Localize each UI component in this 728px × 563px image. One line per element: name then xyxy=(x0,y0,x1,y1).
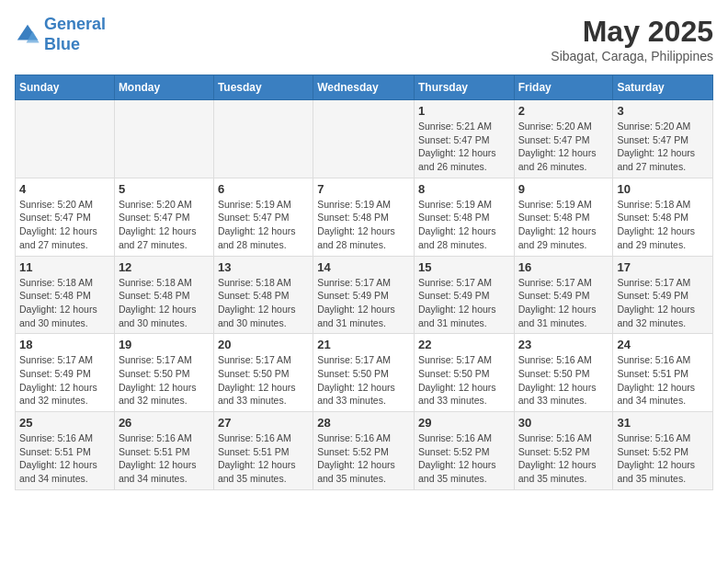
calendar-cell xyxy=(313,100,415,178)
calendar-cell: 29Sunrise: 5:16 AM Sunset: 5:52 PM Dayli… xyxy=(414,412,514,490)
day-info: Sunrise: 5:20 AM Sunset: 5:47 PM Dayligh… xyxy=(518,120,609,174)
header-row: SundayMondayTuesdayWednesdayThursdayFrid… xyxy=(16,75,713,100)
calendar-cell: 1Sunrise: 5:21 AM Sunset: 5:47 PM Daylig… xyxy=(414,100,514,178)
day-info: Sunrise: 5:18 AM Sunset: 5:48 PM Dayligh… xyxy=(19,276,110,330)
calendar-cell: 21Sunrise: 5:17 AM Sunset: 5:50 PM Dayli… xyxy=(313,334,415,412)
calendar-cell: 15Sunrise: 5:17 AM Sunset: 5:49 PM Dayli… xyxy=(414,256,514,334)
day-number: 31 xyxy=(617,416,709,430)
calendar-cell: 28Sunrise: 5:16 AM Sunset: 5:52 PM Dayli… xyxy=(313,412,415,490)
day-info: Sunrise: 5:17 AM Sunset: 5:49 PM Dayligh… xyxy=(617,276,709,330)
calendar-cell: 5Sunrise: 5:20 AM Sunset: 5:47 PM Daylig… xyxy=(114,178,213,256)
day-info: Sunrise: 5:16 AM Sunset: 5:50 PM Dayligh… xyxy=(518,353,609,408)
calendar-cell: 16Sunrise: 5:17 AM Sunset: 5:49 PM Dayli… xyxy=(514,256,613,334)
day-number: 7 xyxy=(317,182,410,196)
day-number: 15 xyxy=(418,260,510,274)
calendar-cell: 31Sunrise: 5:16 AM Sunset: 5:52 PM Dayli… xyxy=(613,412,713,490)
day-info: Sunrise: 5:17 AM Sunset: 5:50 PM Dayligh… xyxy=(418,353,510,408)
day-info: Sunrise: 5:17 AM Sunset: 5:49 PM Dayligh… xyxy=(418,276,510,330)
day-info: Sunrise: 5:20 AM Sunset: 5:47 PM Dayligh… xyxy=(19,198,110,252)
calendar-cell: 13Sunrise: 5:18 AM Sunset: 5:48 PM Dayli… xyxy=(213,256,313,334)
day-number: 30 xyxy=(518,416,609,430)
day-number: 3 xyxy=(617,104,709,118)
calendar-cell: 10Sunrise: 5:18 AM Sunset: 5:48 PM Dayli… xyxy=(613,178,713,256)
header-thursday: Thursday xyxy=(414,75,514,100)
day-number: 25 xyxy=(19,416,110,430)
page-header: General Blue May 2025 Sibagat, Caraga, P… xyxy=(15,15,713,63)
day-number: 12 xyxy=(119,260,210,274)
logo-icon xyxy=(15,22,40,48)
day-info: Sunrise: 5:19 AM Sunset: 5:47 PM Dayligh… xyxy=(218,198,309,252)
week-row-5: 25Sunrise: 5:16 AM Sunset: 5:51 PM Dayli… xyxy=(16,412,713,490)
week-row-1: 1Sunrise: 5:21 AM Sunset: 5:47 PM Daylig… xyxy=(16,100,713,178)
day-info: Sunrise: 5:16 AM Sunset: 5:51 PM Dayligh… xyxy=(19,431,110,486)
day-info: Sunrise: 5:16 AM Sunset: 5:51 PM Dayligh… xyxy=(218,431,309,486)
day-number: 10 xyxy=(617,182,709,196)
day-info: Sunrise: 5:17 AM Sunset: 5:49 PM Dayligh… xyxy=(518,276,609,330)
day-number: 23 xyxy=(518,338,609,351)
header-wednesday: Wednesday xyxy=(313,75,415,100)
calendar-table: SundayMondayTuesdayWednesdayThursdayFrid… xyxy=(15,75,713,490)
calendar-cell: 11Sunrise: 5:18 AM Sunset: 5:48 PM Dayli… xyxy=(16,256,115,334)
day-number: 2 xyxy=(518,104,609,118)
day-info: Sunrise: 5:17 AM Sunset: 5:50 PM Dayligh… xyxy=(119,353,210,408)
calendar-cell: 19Sunrise: 5:17 AM Sunset: 5:50 PM Dayli… xyxy=(114,334,213,412)
day-number: 9 xyxy=(518,182,609,196)
day-info: Sunrise: 5:16 AM Sunset: 5:51 PM Dayligh… xyxy=(119,431,210,486)
calendar-cell: 8Sunrise: 5:19 AM Sunset: 5:48 PM Daylig… xyxy=(414,178,514,256)
day-number: 21 xyxy=(317,338,410,351)
day-info: Sunrise: 5:16 AM Sunset: 5:52 PM Dayligh… xyxy=(518,431,609,486)
title-section: May 2025 Sibagat, Caraga, Philippines xyxy=(551,15,713,63)
calendar-cell: 24Sunrise: 5:16 AM Sunset: 5:51 PM Dayli… xyxy=(613,334,713,412)
day-number: 8 xyxy=(418,182,510,196)
day-number: 4 xyxy=(19,182,110,196)
day-number: 27 xyxy=(218,416,309,430)
day-info: Sunrise: 5:16 AM Sunset: 5:52 PM Dayligh… xyxy=(617,431,709,486)
calendar-cell: 6Sunrise: 5:19 AM Sunset: 5:47 PM Daylig… xyxy=(213,178,313,256)
day-number: 1 xyxy=(418,104,510,118)
calendar-cell: 25Sunrise: 5:16 AM Sunset: 5:51 PM Dayli… xyxy=(16,412,115,490)
logo-text: General Blue xyxy=(44,15,106,54)
calendar-cell: 22Sunrise: 5:17 AM Sunset: 5:50 PM Dayli… xyxy=(414,334,514,412)
day-number: 18 xyxy=(19,338,110,351)
day-info: Sunrise: 5:18 AM Sunset: 5:48 PM Dayligh… xyxy=(617,198,709,252)
calendar-cell: 12Sunrise: 5:18 AM Sunset: 5:48 PM Dayli… xyxy=(114,256,213,334)
day-number: 26 xyxy=(119,416,210,430)
day-info: Sunrise: 5:18 AM Sunset: 5:48 PM Dayligh… xyxy=(119,276,210,330)
day-number: 16 xyxy=(518,260,609,274)
day-number: 17 xyxy=(617,260,709,274)
day-info: Sunrise: 5:17 AM Sunset: 5:50 PM Dayligh… xyxy=(317,353,410,408)
day-info: Sunrise: 5:19 AM Sunset: 5:48 PM Dayligh… xyxy=(518,198,609,252)
day-number: 22 xyxy=(418,338,510,351)
calendar-cell xyxy=(213,100,313,178)
day-info: Sunrise: 5:19 AM Sunset: 5:48 PM Dayligh… xyxy=(418,198,510,252)
day-info: Sunrise: 5:19 AM Sunset: 5:48 PM Dayligh… xyxy=(317,198,410,252)
day-number: 24 xyxy=(617,338,709,351)
logo-line2: Blue xyxy=(44,35,80,53)
logo: General Blue xyxy=(15,15,106,54)
day-number: 11 xyxy=(19,260,110,274)
day-number: 28 xyxy=(317,416,410,430)
day-number: 6 xyxy=(218,182,309,196)
calendar-cell: 4Sunrise: 5:20 AM Sunset: 5:47 PM Daylig… xyxy=(16,178,115,256)
calendar-cell: 9Sunrise: 5:19 AM Sunset: 5:48 PM Daylig… xyxy=(514,178,613,256)
calendar-cell: 20Sunrise: 5:17 AM Sunset: 5:50 PM Dayli… xyxy=(213,334,313,412)
page-title: May 2025 xyxy=(551,15,713,49)
calendar-cell: 14Sunrise: 5:17 AM Sunset: 5:49 PM Dayli… xyxy=(313,256,415,334)
calendar-cell xyxy=(16,100,115,178)
day-number: 20 xyxy=(218,338,309,351)
week-row-3: 11Sunrise: 5:18 AM Sunset: 5:48 PM Dayli… xyxy=(16,256,713,334)
day-info: Sunrise: 5:20 AM Sunset: 5:47 PM Dayligh… xyxy=(119,198,210,252)
calendar-cell: 18Sunrise: 5:17 AM Sunset: 5:49 PM Dayli… xyxy=(16,334,115,412)
page-subtitle: Sibagat, Caraga, Philippines xyxy=(551,49,713,63)
week-row-2: 4Sunrise: 5:20 AM Sunset: 5:47 PM Daylig… xyxy=(16,178,713,256)
calendar-cell: 2Sunrise: 5:20 AM Sunset: 5:47 PM Daylig… xyxy=(514,100,613,178)
day-number: 29 xyxy=(418,416,510,430)
header-sunday: Sunday xyxy=(16,75,115,100)
calendar-cell: 7Sunrise: 5:19 AM Sunset: 5:48 PM Daylig… xyxy=(313,178,415,256)
day-number: 13 xyxy=(218,260,309,274)
header-friday: Friday xyxy=(514,75,613,100)
logo-line1: General xyxy=(44,15,106,33)
day-info: Sunrise: 5:16 AM Sunset: 5:52 PM Dayligh… xyxy=(317,431,410,486)
header-tuesday: Tuesday xyxy=(213,75,313,100)
day-info: Sunrise: 5:16 AM Sunset: 5:52 PM Dayligh… xyxy=(418,431,510,486)
